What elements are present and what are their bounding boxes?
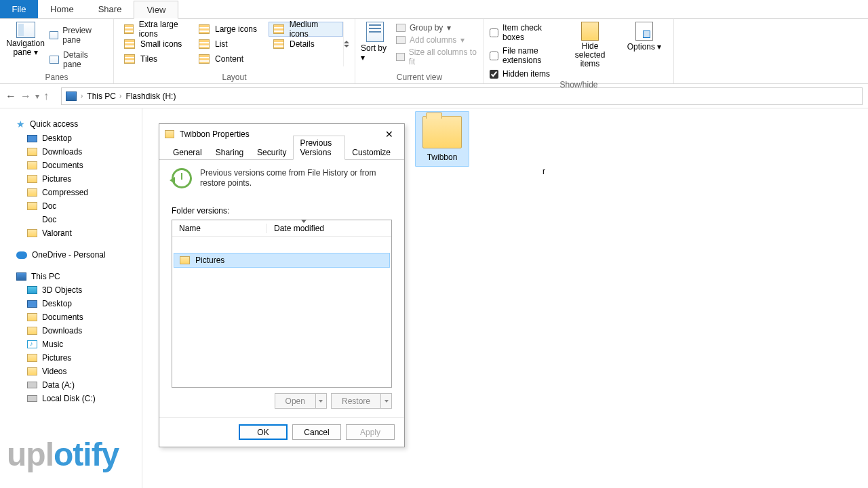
tab-file[interactable]: File <box>0 0 38 18</box>
tab-view[interactable]: View <box>134 1 178 19</box>
tree-this-pc[interactable]: This PC <box>3 270 139 283</box>
breadcrumb-drive[interactable]: Flashdisk (H:) <box>125 92 176 101</box>
forward-button[interactable]: → <box>20 90 31 102</box>
folder-icon <box>27 367 37 375</box>
layout-more[interactable] <box>343 22 349 66</box>
folder-partial-label: r <box>542 167 545 176</box>
navigation-pane-icon <box>16 22 35 38</box>
tab-sharing[interactable]: Sharing <box>209 145 250 160</box>
tab-previous-versions[interactable]: Previous Versions <box>293 136 345 160</box>
tree-doc2[interactable]: Doc <box>3 213 139 226</box>
open-button[interactable]: Open <box>275 393 327 409</box>
back-button[interactable]: ← <box>5 90 16 102</box>
group-by-button[interactable]: Group by ▾ <box>396 23 478 33</box>
layout-tiles[interactable]: Tiles <box>119 52 194 66</box>
apply-button[interactable]: Apply <box>346 424 395 440</box>
tree-desktop-label: Desktop <box>42 134 72 143</box>
tree-doc[interactable]: Doc <box>3 199 139 213</box>
tree-documents2[interactable]: Documents <box>3 310 139 324</box>
tree-videos-label: Videos <box>42 367 66 376</box>
tree-videos[interactable]: Videos <box>3 365 139 378</box>
item-checkboxes-toggle[interactable]: Item check boxes <box>490 23 559 42</box>
layout-large[interactable]: Large icons <box>194 22 269 37</box>
onedrive-icon <box>16 251 27 259</box>
details-pane-button[interactable]: Details pane <box>50 50 108 69</box>
tab-share[interactable]: Share <box>86 0 134 18</box>
size-all-button[interactable]: Size all columns to fit <box>396 47 478 66</box>
tree-downloads2-label: Downloads <box>42 326 82 336</box>
tree-desktop[interactable]: Desktop <box>3 131 139 145</box>
folder-icon <box>27 188 37 197</box>
options-button[interactable]: Options ▾ <box>620 22 668 79</box>
breadcrumb-this-pc[interactable]: This PC› <box>87 92 121 101</box>
location-icon <box>66 92 77 101</box>
tree-pictures[interactable]: Pictures <box>3 172 139 186</box>
folder-icon <box>27 175 37 183</box>
layout-medium[interactable]: Medium icons <box>269 22 343 37</box>
tree-doc-label: Doc <box>42 201 56 211</box>
folder-twibbon-label: Twibbon <box>427 152 458 162</box>
version-row[interactable]: Pictures <box>174 253 390 268</box>
restore-dropdown[interactable] <box>380 394 391 408</box>
hidden-items-toggle[interactable]: Hidden items <box>490 69 559 79</box>
close-button[interactable]: ✕ <box>380 127 399 142</box>
layout-list[interactable]: List <box>194 37 269 52</box>
tree-local-c-label: Local Disk (C:) <box>42 394 96 403</box>
add-columns-button[interactable]: Add columns ▾ <box>396 35 478 45</box>
navigation-pane-label: Navigation pane <box>6 39 45 57</box>
item-checkboxes-label: Item check boxes <box>502 23 559 42</box>
tiles-icon <box>124 54 135 64</box>
tree-downloads[interactable]: Downloads <box>3 145 139 159</box>
tab-home[interactable]: Home <box>38 0 86 18</box>
tree-local-c[interactable]: Local Disk (C:) <box>3 392 139 405</box>
item-checkboxes-checkbox[interactable] <box>490 28 498 37</box>
up-button[interactable]: ↑ <box>43 90 49 102</box>
tree-pictures2[interactable]: Pictures <box>3 351 139 365</box>
tab-customize[interactable]: Customize <box>345 145 397 160</box>
options-icon <box>635 22 653 41</box>
3d-objects-icon <box>27 286 37 294</box>
tree-documents2-label: Documents <box>42 312 83 322</box>
folder-icon <box>27 327 37 335</box>
hide-selected-button[interactable]: Hide selected items <box>566 22 614 79</box>
hidden-items-checkbox[interactable] <box>490 70 498 79</box>
preview-pane-button[interactable]: Preview pane <box>50 26 108 45</box>
preview-pane-label: Preview pane <box>62 26 108 45</box>
tree-desktop2-label: Desktop <box>42 299 72 308</box>
open-dropdown[interactable] <box>315 394 326 408</box>
tree-valorant[interactable]: Valorant <box>3 226 139 240</box>
folder-twibbon[interactable]: Twibbon <box>415 111 469 167</box>
tree-desktop2[interactable]: Desktop <box>3 297 139 310</box>
sort-by-button[interactable]: Sort by ▾ <box>361 22 389 66</box>
cancel-button[interactable]: Cancel <box>292 424 341 440</box>
tree-music[interactable]: Music <box>3 338 139 351</box>
tree-downloads2[interactable]: Downloads <box>3 324 139 338</box>
tree-data-a[interactable]: Data (A:) <box>3 378 139 392</box>
address-bar[interactable]: › This PC› Flashdisk (H:) <box>61 87 863 105</box>
file-ext-toggle[interactable]: File name extensions <box>490 46 559 65</box>
music-icon <box>27 340 37 348</box>
tab-general[interactable]: General <box>166 145 209 160</box>
ok-button[interactable]: OK <box>239 424 288 440</box>
layout-details[interactable]: Details <box>269 37 343 52</box>
layout-list-label: List <box>215 39 228 49</box>
tree-quick-access[interactable]: ★Quick access <box>3 117 139 131</box>
tree-documents[interactable]: Documents <box>3 159 139 172</box>
dialog-titlebar[interactable]: Twibbon Properties ✕ <box>159 124 404 144</box>
tree-onedrive[interactable]: OneDrive - Personal <box>3 248 139 262</box>
recent-dropdown[interactable]: ▾ <box>35 92 39 101</box>
details-pane-icon <box>50 56 59 64</box>
layout-small[interactable]: Small icons <box>119 37 194 52</box>
versions-label: Folder versions: <box>172 206 392 216</box>
col-date[interactable]: Date modified <box>267 224 391 233</box>
layout-content[interactable]: Content <box>194 52 269 66</box>
restore-button[interactable]: Restore <box>331 393 392 409</box>
tab-security[interactable]: Security <box>250 145 293 160</box>
file-ext-checkbox[interactable] <box>490 52 498 60</box>
tree-compressed[interactable]: Compressed <box>3 186 139 199</box>
col-name[interactable]: Name <box>172 224 267 233</box>
tree-3d-objects[interactable]: 3D Objects <box>3 283 139 297</box>
navigation-pane-button[interactable]: Navigation pane ▾ <box>5 22 45 57</box>
breadcrumb-drive-label: Flashdisk (H:) <box>125 92 176 101</box>
layout-extra-large[interactable]: Extra large icons <box>119 22 194 37</box>
